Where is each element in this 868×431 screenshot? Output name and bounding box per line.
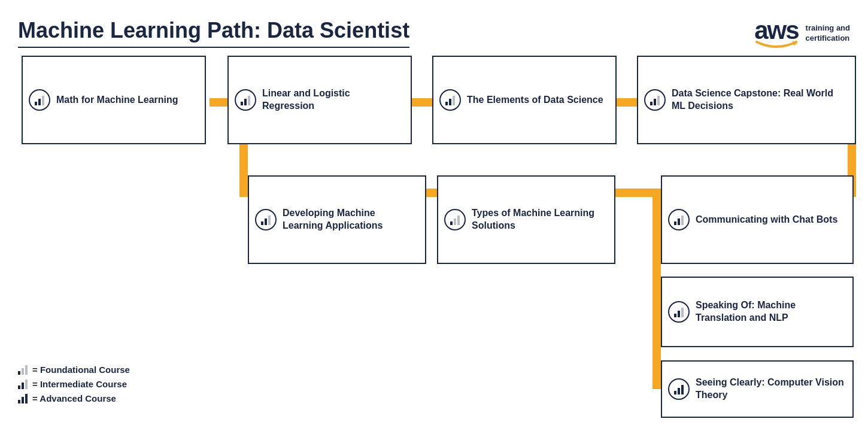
course-title-dev-ml-apps: Developing Machine Learning Applications	[283, 207, 417, 232]
course-title-machine-translation: Speaking Of: Machine Translation and NLP	[696, 299, 844, 324]
course-box-types-ml[interactable]: Types of Machine Learning Solutions	[437, 175, 615, 264]
course-title-elements-ds: The Elements of Data Science	[467, 94, 603, 107]
level-icon-dev-ml-apps	[261, 214, 271, 225]
aws-tagline: training andcertification	[806, 23, 850, 44]
course-icon-elements-ds	[439, 89, 461, 111]
aws-text: aws	[754, 18, 798, 43]
aws-logo-mark: aws	[754, 18, 798, 49]
course-icon-capstone	[644, 89, 666, 111]
legend-label-foundational: = Foundational Course	[32, 365, 130, 375]
course-title-types-ml: Types of Machine Learning Solutions	[472, 207, 606, 232]
legend-label-advanced: = Advanced Course	[32, 393, 116, 403]
aws-smile-icon	[755, 41, 797, 49]
legend-item-advanced: = Advanced Course	[18, 393, 130, 403]
level-icon-chat-bots	[674, 214, 684, 225]
aws-logo: aws training andcertification	[754, 18, 850, 49]
course-title-computer-vision: Seeing Clearly: Computer Vision Theory	[696, 377, 844, 402]
level-icon-capstone	[650, 95, 660, 105]
course-box-linear-logistic[interactable]: Linear and Logistic Regression	[227, 56, 412, 144]
course-icon-types-ml	[444, 209, 466, 230]
level-icon-linear-logistic	[241, 95, 250, 105]
legend-item-foundational: = Foundational Course	[18, 364, 130, 375]
header: Machine Learning Path: Data Scientist aw…	[18, 18, 850, 49]
page-title: Machine Learning Path: Data Scientist	[18, 18, 409, 48]
course-box-machine-translation[interactable]: Speaking Of: Machine Translation and NLP	[661, 277, 854, 347]
course-box-capstone[interactable]: Data Science Capstone: Real World ML Dec…	[637, 56, 856, 144]
level-icon-math-ml	[35, 95, 44, 105]
legend-icon-advanced	[18, 393, 28, 403]
course-box-elements-ds[interactable]: The Elements of Data Science	[432, 56, 617, 144]
level-icon-types-ml	[450, 214, 460, 225]
course-box-chat-bots[interactable]: Communicating with Chat Bots	[661, 175, 854, 264]
legend-icon-foundational	[18, 364, 28, 375]
course-title-capstone: Data Science Capstone: Real World ML Dec…	[672, 87, 846, 113]
course-icon-machine-translation	[668, 301, 690, 323]
level-icon-elements-ds	[445, 95, 455, 105]
course-icon-dev-ml-apps	[255, 209, 277, 230]
legend-label-intermediate: = Intermediate Course	[32, 379, 127, 389]
course-box-math-ml[interactable]: Math for Machine Learning	[22, 56, 206, 144]
course-icon-computer-vision	[668, 378, 690, 400]
course-icon-math-ml	[29, 89, 50, 111]
main-container: Machine Learning Path: Data Scientist aw…	[0, 0, 868, 431]
course-icon-linear-logistic	[235, 89, 256, 111]
legend-item-intermediate: = Intermediate Course	[18, 378, 130, 389]
course-title-math-ml: Math for Machine Learning	[56, 94, 178, 107]
legend: = Foundational Course = Intermediate Cou…	[18, 364, 130, 407]
level-icon-machine-translation	[674, 306, 684, 317]
course-title-linear-logistic: Linear and Logistic Regression	[262, 87, 402, 113]
course-box-dev-ml-apps[interactable]: Developing Machine Learning Applications	[248, 175, 426, 264]
course-icon-chat-bots	[668, 209, 690, 230]
connector-right-vert2	[652, 189, 661, 389]
level-icon-computer-vision	[674, 384, 684, 394]
course-box-computer-vision[interactable]: Seeing Clearly: Computer Vision Theory	[661, 360, 854, 418]
legend-icon-intermediate	[18, 378, 28, 389]
course-title-chat-bots: Communicating with Chat Bots	[696, 214, 837, 226]
